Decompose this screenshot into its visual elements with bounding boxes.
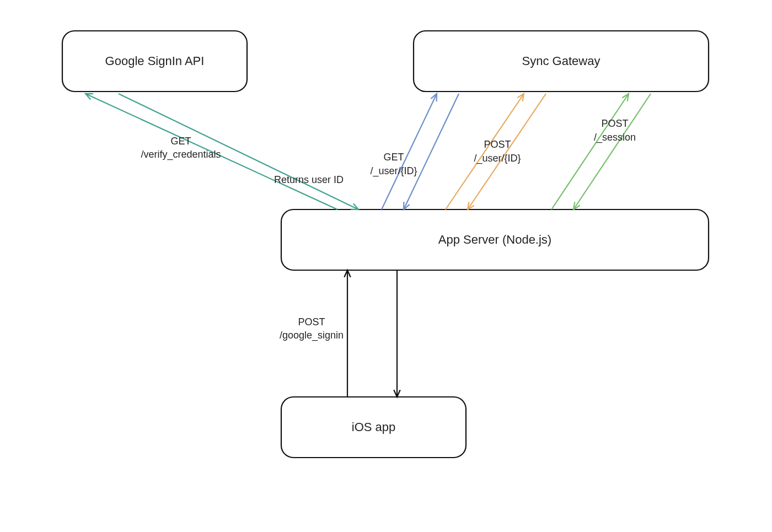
svg-line-7 <box>573 94 651 209</box>
edge-label-postuser1: POST <box>484 139 511 150</box>
node-sync-gateway: Sync Gateway <box>414 31 709 92</box>
svg-line-4 <box>446 94 524 209</box>
edge-label-session1: POST <box>601 118 628 129</box>
node-app-server: App Server (Node.js) <box>281 209 709 270</box>
label-app-server: App Server (Node.js) <box>438 233 551 246</box>
label-google: Google SignIn API <box>105 54 205 68</box>
svg-line-5 <box>468 94 546 209</box>
arrow-get-user-dn <box>404 94 459 209</box>
node-ios-app: iOS app <box>281 397 466 458</box>
edge-label-session2: /_session <box>594 132 636 143</box>
edge-label-verify1: GET <box>170 136 191 147</box>
edge-label-getuser2: /_user/{ID} <box>370 165 417 177</box>
node-google-signin-api: Google SignIn API <box>62 31 247 92</box>
arrow-post-user-up <box>446 94 524 209</box>
edge-label-getuser1: GET <box>383 152 404 163</box>
edge-label-signin2: /google_signin <box>280 330 344 341</box>
arrow-session-up <box>551 94 629 209</box>
label-ios: iOS app <box>352 420 396 434</box>
architecture-diagram: Google SignIn API Sync Gateway App Serve… <box>0 0 772 532</box>
arrow-signin-up <box>344 270 350 397</box>
svg-line-3 <box>404 94 459 209</box>
svg-line-6 <box>551 94 629 209</box>
edge-label-postuser2: /_user/{ID} <box>474 153 521 164</box>
edge-label-signin1: POST <box>298 316 325 327</box>
edge-label-returns: Returns user ID <box>274 174 344 185</box>
label-sync: Sync Gateway <box>522 54 601 68</box>
arrow-post-user-dn <box>468 94 546 209</box>
arrow-signin-dn <box>394 270 400 397</box>
arrow-session-dn <box>573 94 651 209</box>
edge-label-verify2: /verify_credentials <box>141 149 221 160</box>
